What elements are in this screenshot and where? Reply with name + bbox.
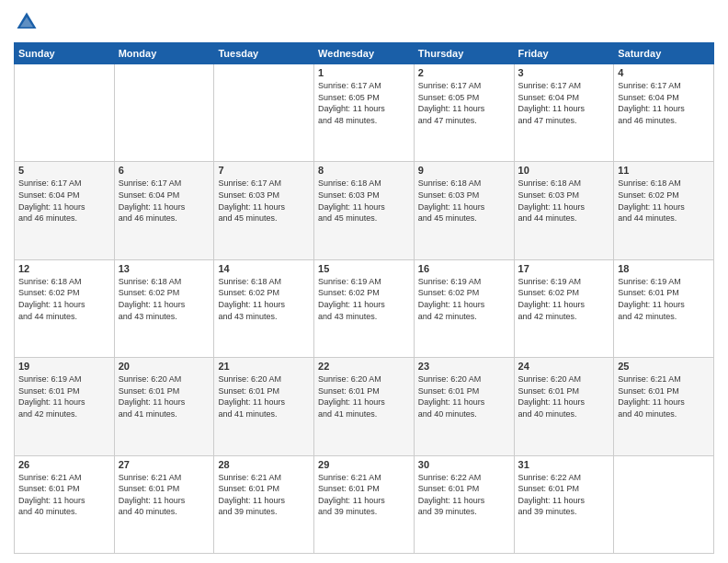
calendar-cell: 31Sunrise: 6:22 AM Sunset: 6:01 PM Dayli…: [514, 455, 614, 553]
day-info: Sunrise: 6:18 AM Sunset: 6:03 PM Dayligh…: [418, 178, 510, 224]
day-number: 19: [18, 361, 110, 372]
calendar-header-friday: Friday: [514, 43, 614, 64]
calendar-cell: 21Sunrise: 6:20 AM Sunset: 6:01 PM Dayli…: [214, 358, 314, 455]
calendar-cell: 19Sunrise: 6:19 AM Sunset: 6:01 PM Dayli…: [15, 358, 115, 455]
day-number: 26: [18, 459, 110, 470]
page: SundayMondayTuesdayWednesdayThursdayFrid…: [0, 0, 728, 563]
calendar-cell: [114, 64, 214, 162]
day-number: 16: [418, 263, 510, 274]
day-info: Sunrise: 6:18 AM Sunset: 6:02 PM Dayligh…: [119, 276, 210, 322]
day-number: 21: [218, 361, 310, 372]
day-info: Sunrise: 6:17 AM Sunset: 6:04 PM Dayligh…: [618, 80, 710, 126]
calendar-cell: 29Sunrise: 6:21 AM Sunset: 6:01 PM Dayli…: [314, 455, 415, 553]
calendar-cell: 14Sunrise: 6:18 AM Sunset: 6:02 PM Dayli…: [214, 259, 314, 357]
calendar-week-row: 26Sunrise: 6:21 AM Sunset: 6:01 PM Dayli…: [15, 455, 714, 553]
day-number: 20: [119, 361, 210, 372]
day-info: Sunrise: 6:21 AM Sunset: 6:01 PM Dayligh…: [119, 472, 210, 518]
day-number: 18: [618, 263, 710, 274]
calendar-cell: [214, 64, 314, 162]
calendar-cell: 24Sunrise: 6:20 AM Sunset: 6:01 PM Dayli…: [514, 358, 614, 455]
day-number: 10: [518, 165, 610, 176]
calendar-week-row: 1Sunrise: 6:17 AM Sunset: 6:05 PM Daylig…: [15, 64, 714, 162]
calendar-cell: 2Sunrise: 6:17 AM Sunset: 6:05 PM Daylig…: [414, 64, 514, 162]
day-number: 12: [18, 263, 110, 274]
day-number: 22: [318, 361, 410, 372]
calendar-cell: 9Sunrise: 6:18 AM Sunset: 6:03 PM Daylig…: [414, 162, 514, 259]
day-info: Sunrise: 6:20 AM Sunset: 6:01 PM Dayligh…: [218, 373, 310, 419]
day-number: 23: [418, 361, 510, 372]
day-number: 1: [318, 67, 410, 78]
day-info: Sunrise: 6:18 AM Sunset: 6:02 PM Dayligh…: [218, 276, 310, 322]
calendar-cell: 25Sunrise: 6:21 AM Sunset: 6:01 PM Dayli…: [614, 358, 714, 455]
calendar-cell: 20Sunrise: 6:20 AM Sunset: 6:01 PM Dayli…: [114, 358, 214, 455]
calendar-cell: 11Sunrise: 6:18 AM Sunset: 6:02 PM Dayli…: [614, 162, 714, 259]
calendar-header-saturday: Saturday: [614, 43, 714, 64]
calendar-cell: 17Sunrise: 6:19 AM Sunset: 6:02 PM Dayli…: [514, 259, 614, 357]
calendar-cell: 7Sunrise: 6:17 AM Sunset: 6:03 PM Daylig…: [214, 162, 314, 259]
day-info: Sunrise: 6:19 AM Sunset: 6:02 PM Dayligh…: [318, 276, 410, 322]
day-info: Sunrise: 6:20 AM Sunset: 6:01 PM Dayligh…: [119, 373, 210, 419]
day-info: Sunrise: 6:17 AM Sunset: 6:04 PM Dayligh…: [119, 178, 210, 224]
day-info: Sunrise: 6:21 AM Sunset: 6:01 PM Dayligh…: [618, 373, 710, 419]
day-info: Sunrise: 6:17 AM Sunset: 6:04 PM Dayligh…: [18, 178, 110, 224]
calendar-cell: 10Sunrise: 6:18 AM Sunset: 6:03 PM Dayli…: [514, 162, 614, 259]
calendar-table: SundayMondayTuesdayWednesdayThursdayFrid…: [14, 42, 714, 554]
calendar-cell: 23Sunrise: 6:20 AM Sunset: 6:01 PM Dayli…: [414, 358, 514, 455]
day-number: 24: [518, 361, 610, 372]
day-number: 28: [218, 459, 310, 470]
day-info: Sunrise: 6:19 AM Sunset: 6:02 PM Dayligh…: [418, 276, 510, 322]
day-number: 27: [119, 459, 210, 470]
calendar-week-row: 12Sunrise: 6:18 AM Sunset: 6:02 PM Dayli…: [15, 259, 714, 357]
day-info: Sunrise: 6:18 AM Sunset: 6:03 PM Dayligh…: [318, 178, 410, 224]
day-info: Sunrise: 6:17 AM Sunset: 6:05 PM Dayligh…: [418, 80, 510, 126]
logo: [14, 9, 41, 35]
day-info: Sunrise: 6:22 AM Sunset: 6:01 PM Dayligh…: [518, 472, 610, 518]
day-number: 29: [318, 459, 410, 470]
day-number: 30: [418, 459, 510, 470]
day-number: 6: [119, 165, 210, 176]
day-info: Sunrise: 6:20 AM Sunset: 6:01 PM Dayligh…: [418, 373, 510, 419]
day-number: 17: [518, 263, 610, 274]
calendar-cell: 27Sunrise: 6:21 AM Sunset: 6:01 PM Dayli…: [114, 455, 214, 553]
day-info: Sunrise: 6:19 AM Sunset: 6:02 PM Dayligh…: [518, 276, 610, 322]
day-number: 13: [119, 263, 210, 274]
calendar-week-row: 5Sunrise: 6:17 AM Sunset: 6:04 PM Daylig…: [15, 162, 714, 259]
day-info: Sunrise: 6:17 AM Sunset: 6:05 PM Dayligh…: [318, 80, 410, 126]
day-info: Sunrise: 6:17 AM Sunset: 6:03 PM Dayligh…: [218, 178, 310, 224]
calendar-header-row: SundayMondayTuesdayWednesdayThursdayFrid…: [15, 43, 714, 64]
calendar-cell: 12Sunrise: 6:18 AM Sunset: 6:02 PM Dayli…: [15, 259, 115, 357]
day-number: 4: [618, 67, 710, 78]
calendar-cell: 1Sunrise: 6:17 AM Sunset: 6:05 PM Daylig…: [314, 64, 415, 162]
calendar-header-sunday: Sunday: [15, 43, 115, 64]
calendar-header-wednesday: Wednesday: [314, 43, 415, 64]
day-number: 14: [218, 263, 310, 274]
calendar-cell: 13Sunrise: 6:18 AM Sunset: 6:02 PM Dayli…: [114, 259, 214, 357]
day-number: 8: [318, 165, 410, 176]
calendar-cell: [15, 64, 115, 162]
day-info: Sunrise: 6:20 AM Sunset: 6:01 PM Dayligh…: [318, 373, 410, 419]
day-info: Sunrise: 6:21 AM Sunset: 6:01 PM Dayligh…: [218, 472, 310, 518]
day-number: 11: [618, 165, 710, 176]
day-info: Sunrise: 6:18 AM Sunset: 6:02 PM Dayligh…: [18, 276, 110, 322]
calendar-cell: 3Sunrise: 6:17 AM Sunset: 6:04 PM Daylig…: [514, 64, 614, 162]
calendar-cell: 5Sunrise: 6:17 AM Sunset: 6:04 PM Daylig…: [15, 162, 115, 259]
day-info: Sunrise: 6:19 AM Sunset: 6:01 PM Dayligh…: [18, 373, 110, 419]
calendar-cell: 4Sunrise: 6:17 AM Sunset: 6:04 PM Daylig…: [614, 64, 714, 162]
day-info: Sunrise: 6:17 AM Sunset: 6:04 PM Dayligh…: [518, 80, 610, 126]
day-info: Sunrise: 6:22 AM Sunset: 6:01 PM Dayligh…: [418, 472, 510, 518]
day-info: Sunrise: 6:18 AM Sunset: 6:02 PM Dayligh…: [618, 178, 710, 224]
day-info: Sunrise: 6:18 AM Sunset: 6:03 PM Dayligh…: [518, 178, 610, 224]
day-number: 25: [618, 361, 710, 372]
calendar-cell: 22Sunrise: 6:20 AM Sunset: 6:01 PM Dayli…: [314, 358, 415, 455]
calendar-header-monday: Monday: [114, 43, 214, 64]
calendar-cell: 15Sunrise: 6:19 AM Sunset: 6:02 PM Dayli…: [314, 259, 415, 357]
day-number: 15: [318, 263, 410, 274]
calendar-cell: 26Sunrise: 6:21 AM Sunset: 6:01 PM Dayli…: [15, 455, 115, 553]
day-info: Sunrise: 6:21 AM Sunset: 6:01 PM Dayligh…: [18, 472, 110, 518]
calendar-header-thursday: Thursday: [414, 43, 514, 64]
calendar-cell: 30Sunrise: 6:22 AM Sunset: 6:01 PM Dayli…: [414, 455, 514, 553]
day-number: 5: [18, 165, 110, 176]
day-info: Sunrise: 6:20 AM Sunset: 6:01 PM Dayligh…: [518, 373, 610, 419]
calendar-cell: 8Sunrise: 6:18 AM Sunset: 6:03 PM Daylig…: [314, 162, 415, 259]
day-number: 9: [418, 165, 510, 176]
